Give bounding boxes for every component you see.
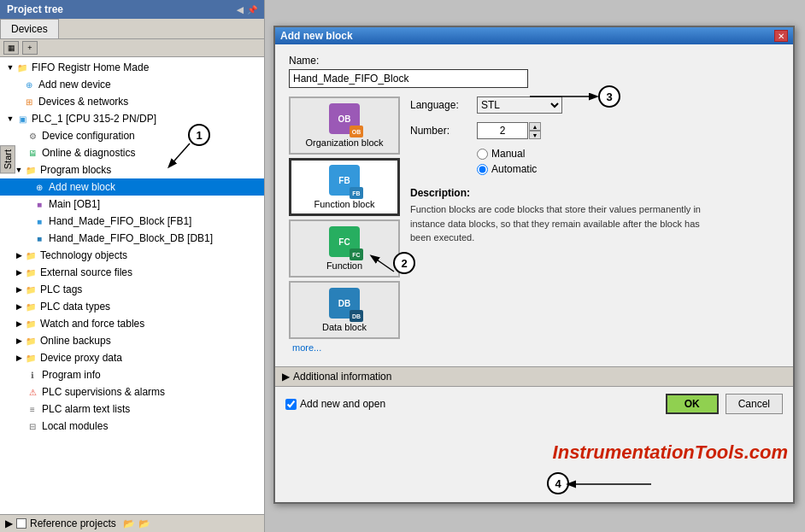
ref-icon-2[interactable]: 📂 [138,518,150,529]
tree-label-db1: Hand_Made_FIFO_Block_DB [DB1] [49,232,213,244]
tree-item-tech-objects[interactable]: ▶ 📁 Technology objects [0,247,264,264]
tree-arrow-watch[interactable]: ▶ [14,319,24,328]
language-select[interactable]: STL LAD FBD SCL [477,96,562,114]
gear-icon: ⚙ [26,129,39,143]
more-link[interactable]: more... [292,342,400,353]
tree-item-fb1[interactable]: ■ Hand_Made_FIFO_Block [FB1] [0,213,264,230]
tree-item-ext-source[interactable]: ▶ 📁 External source files [0,264,264,281]
additional-info-bar[interactable]: ▶ Additional information [275,366,793,387]
tree-item-plc-tags[interactable]: ▶ 📁 PLC tags [0,281,264,298]
tree-arrow-tech[interactable]: ▶ [14,251,24,260]
tree-arrow-ext[interactable]: ▶ [14,268,24,277]
tree-label-program-info: Program info [42,369,101,381]
ref-checkbox[interactable] [16,518,26,529]
tree-arrow-tags[interactable]: ▶ [14,285,24,294]
radio-group: Manual Automatic [477,148,779,175]
block-item-ob[interactable]: OB OB Organization block [289,96,400,155]
db-icon: ■ [32,231,46,245]
tree-item-plc1[interactable]: ▼ ▣ PLC_1 [CPU 315-2 PN/DP] [0,110,264,127]
tree-label-add-device: Add new device [38,79,111,91]
add-new-open-checkbox-label[interactable]: Add new and open [285,398,385,410]
tree-item-plc-datatypes[interactable]: ▶ 📁 PLC data types [0,298,264,315]
tree-item-add-device[interactable]: ⊕ Add new device [0,76,264,93]
language-row: Language: STL LAD FBD SCL [410,96,779,114]
fc-block-icon: FC FC [329,226,360,257]
tree-item-root[interactable]: ▼ 📁 FIFO Registr Home Made [0,59,264,76]
name-section: Name: [289,55,779,88]
tree-label-online-diag: Online & diagnostics [42,147,135,159]
number-input[interactable] [477,122,528,139]
add-new-block-dialog: Add new block ✕ Name: OB OB [273,26,795,504]
tree-item-alarm-text[interactable]: ≡ PLC alarm text lists [0,400,264,418]
tree-item-db1[interactable]: ■ Hand_Made_FIFO_Block_DB [DB1] [0,230,264,247]
tab-devices[interactable]: Devices [0,19,59,38]
tree-item-local-modules[interactable]: ⊟ Local modules [0,418,264,435]
tree-item-program-blocks[interactable]: ▼ 📁 Program blocks [0,161,264,178]
devices-tab-bar: Devices [0,19,264,39]
add-new-open-label: Add new and open [300,398,385,410]
program-blocks-icon: 📁 [24,163,38,177]
tree-arrow-proxy[interactable]: ▶ [14,354,24,362]
block-item-fc[interactable]: FC FC Function [289,219,400,278]
panel-title: Project tree [7,3,63,15]
cancel-button[interactable]: Cancel [726,394,783,414]
program-info-icon: ℹ [26,368,39,382]
tree-label-device-proxy: Device proxy data [40,352,122,364]
reference-projects-section[interactable]: ▶ Reference projects 📂 📂 [0,514,264,532]
toolbar-grid-btn[interactable]: ▦ [3,41,19,55]
spinner-up-btn[interactable]: ▲ [529,122,541,131]
description-label: Description: [410,187,779,199]
fb-label: Function block [314,199,375,209]
folder-icon: 📁 [15,61,29,74]
toolbar-add-btn[interactable]: + [22,41,38,55]
tree-arrow-datatypes[interactable]: ▶ [14,302,24,311]
description-text: Function blocks are code blocks that sto… [410,202,701,245]
left-panel: Project tree ◀ 📌 Devices ▦ + ▼ 📁 FIFO Re… [0,0,265,532]
block-item-db[interactable]: DB DB Data block [289,281,400,339]
block-type-list: OB OB Organization block FB FB Function … [289,96,400,353]
db-label: Data block [322,322,367,332]
proxy-icon: 📁 [24,351,38,365]
block-item-fb[interactable]: FB FB Function block [289,158,400,216]
ref-icon-1[interactable]: 📂 [123,518,135,529]
ref-arrow[interactable]: ▶ [5,517,13,529]
chevron-right-icon: ▶ [282,371,290,383]
tree-item-online-diag[interactable]: 🖥 Online & diagnostics [0,144,264,161]
tree-item-device-proxy[interactable]: ▶ 📁 Device proxy data [0,349,264,366]
radio-automatic-input[interactable] [477,164,488,175]
tree-label-program-blocks: Program blocks [40,164,111,176]
alarm-text-icon: ≡ [26,402,39,416]
tree-arrow-backups[interactable]: ▶ [14,336,24,345]
dialog-close-button[interactable]: ✕ [774,30,788,42]
tree-item-add-new-block[interactable]: ⊕ Add new block [0,178,264,196]
fb-sub-icon: FB [350,187,363,199]
spinner-down-btn[interactable]: ▼ [529,131,541,139]
tree-item-main-ob1[interactable]: ■ Main [OB1] [0,196,264,213]
dialog-footer: Add new and open OK Cancel [275,387,793,421]
radio-automatic[interactable]: Automatic [477,163,779,175]
language-label: Language: [410,99,470,111]
tree-item-device-config[interactable]: ⚙ Device configuration [0,127,264,144]
radio-manual[interactable]: Manual [477,148,779,160]
name-input[interactable] [289,69,528,88]
tree-arrow-plc1[interactable]: ▼ [5,114,15,123]
tree-item-devices-networks[interactable]: ⊞ Devices & networks [0,93,264,110]
tree-label-plc-tags: PLC tags [40,284,82,295]
tree-item-program-info[interactable]: ℹ Program info [0,366,264,383]
plc-icon: ▣ [15,112,29,126]
properties-panel: Language: STL LAD FBD SCL Number: [410,96,779,353]
main-area: Add new block ✕ Name: OB OB [265,0,805,532]
collapse-icon[interactable]: ◀ [237,5,244,15]
tree-item-watch-tables[interactable]: ▶ 📁 Watch and force tables [0,315,264,332]
dialog-content: OB OB Organization block FB FB Function … [289,96,779,353]
ext-source-icon: 📁 [24,266,38,279]
pin-icon[interactable]: 📌 [247,5,257,15]
ob-block-icon: OB OB [329,103,360,134]
tree-project-name: FIFO Registr Home Made [32,61,149,73]
radio-manual-input[interactable] [477,149,488,160]
tree-arrow-root[interactable]: ▼ [5,63,15,72]
add-new-open-checkbox[interactable] [285,399,297,410]
tree-item-online-backups[interactable]: ▶ 📁 Online backups [0,332,264,349]
ok-button[interactable]: OK [666,394,719,414]
tree-item-plc-supervisions[interactable]: ⚠ PLC supervisions & alarms [0,383,264,400]
